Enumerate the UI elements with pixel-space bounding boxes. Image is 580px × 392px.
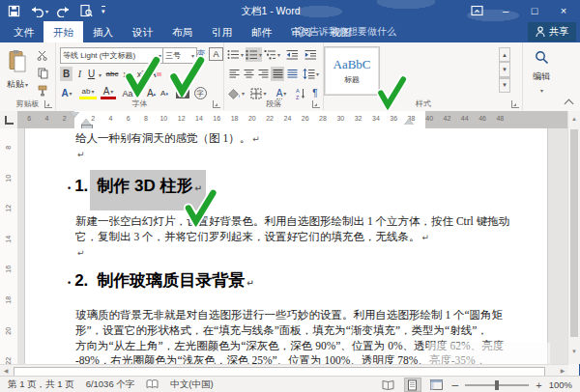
format-painter-button[interactable]: [35, 83, 50, 98]
align-left-button[interactable]: [227, 67, 241, 81]
web-layout-icon[interactable]: [428, 378, 446, 392]
right-indent-marker[interactable]: [404, 119, 414, 125]
gallery-more-icon[interactable]: ▼: [499, 77, 510, 93]
minimize-button[interactable]: –: [491, 0, 520, 21]
scroll-right-icon[interactable]: ▶: [557, 365, 568, 376]
ribbon-display-options-icon[interactable]: [462, 0, 491, 21]
decrease-indent-button[interactable]: [284, 47, 301, 62]
ribbon-tab[interactable]: 邮件: [242, 21, 281, 42]
style-card[interactable]: AaBbC 标题: [325, 47, 379, 95]
customize-toolbar-icon[interactable]: ▾: [102, 6, 105, 15]
paste-label[interactable]: 粘贴▾: [2, 77, 33, 92]
scroll-down-icon[interactable]: ▼: [568, 345, 580, 357]
clipboard-dialog-launcher[interactable]: [44, 100, 52, 108]
underline-dropdown-icon[interactable]: ▾: [99, 71, 102, 78]
redo-icon[interactable]: [57, 5, 71, 17]
first-line-indent-marker[interactable]: [70, 112, 79, 118]
paste-dropdown-icon: ▾: [25, 81, 28, 88]
body-line[interactable]: 它，复制出 3 个，并将它们罗列起来，设置好它们的填充色，无线条。↵: [75, 230, 429, 244]
empty-line[interactable]: ↵: [75, 148, 85, 159]
editing-label[interactable]: 编辑: [526, 70, 557, 84]
paste-button[interactable]: [6, 47, 29, 76]
ruler-number: 14: [0, 231, 18, 248]
close-button[interactable]: ×: [549, 0, 578, 21]
body-line[interactable]: 新建一张空白幻灯片，设置好背景色。利用自选图形绘制出 1 个立方体，按住 Ctr…: [75, 214, 509, 229]
ruler-number: 10: [155, 115, 172, 122]
language-indicator[interactable]: 中文(中国): [170, 378, 213, 391]
chevron-down-icon: ▾: [110, 88, 113, 95]
maximize-button[interactable]: □: [520, 0, 549, 21]
zoom-slider-thumb[interactable]: [495, 380, 499, 390]
read-mode-icon[interactable]: [380, 378, 397, 392]
multilevel-list-icon: [264, 49, 276, 60]
font-color-button[interactable]: A▾: [101, 86, 116, 99]
vertical-scrollbar[interactable]: ▲ ▼: [567, 111, 580, 364]
styles-dialog-launcher[interactable]: [511, 100, 519, 108]
vertical-ruler[interactable]: 810121416182022: [0, 128, 18, 364]
ruler-number: 28: [314, 115, 332, 122]
numbering-button[interactable]: ▾: [246, 47, 262, 62]
multilevel-list-button[interactable]: ▾: [264, 47, 280, 62]
body-line[interactable]: 给人一种别有洞天的感觉（图 1）。↵: [75, 131, 260, 146]
title-bar: ▾ ▾ 文档1 - Word – □ ×: [0, 0, 580, 21]
bold-button[interactable]: B: [60, 67, 72, 81]
line-spacing-button[interactable]: ▾: [302, 67, 320, 81]
paragraph-group-label: 段落: [224, 98, 323, 109]
ribbon-tab[interactable]: 文件: [4, 21, 44, 42]
increase-indent-button[interactable]: [303, 47, 319, 62]
align-right-button[interactable]: [256, 67, 270, 81]
status-bar: 第 1 页，共 1 页 6/1036 个字 中文(中国) – + 100%: [0, 376, 580, 392]
ruler-numbers-right: 4042444648: [420, 115, 508, 122]
zoom-level[interactable]: 100%: [549, 379, 572, 390]
print-layout-icon[interactable]: [404, 378, 421, 392]
zoom-slider[interactable]: [465, 384, 529, 386]
undo-icon[interactable]: ▾: [29, 5, 48, 17]
ribbon-tab[interactable]: 布局: [162, 21, 202, 42]
body-line[interactable]: -89%，右光圈颜色为“浅灰色，深色 25%”、位置为 100%、透明度 78%…: [75, 353, 486, 364]
ribbon-tab[interactable]: 开始: [44, 21, 83, 42]
zoom-out-icon[interactable]: –: [452, 378, 459, 392]
share-button[interactable]: 共享: [528, 22, 576, 42]
page-indicator[interactable]: 第 1 页，共 1 页: [8, 378, 74, 391]
distribute-button[interactable]: [285, 67, 299, 81]
save-icon[interactable]: [8, 5, 20, 17]
empty-line[interactable]: ↵: [75, 246, 85, 258]
find-button[interactable]: [532, 48, 551, 66]
scroll-up-icon[interactable]: ▲: [568, 112, 580, 125]
ruler-number: 4: [38, 115, 55, 122]
tell-me-box[interactable]: 告诉我你想要做什么: [296, 21, 396, 42]
scroll-left-icon[interactable]: ◀: [0, 365, 12, 376]
print-preview-icon[interactable]: [79, 4, 93, 17]
character-border-button[interactable]: A: [209, 47, 223, 61]
ruler-corner[interactable]: [0, 111, 18, 129]
text-highlight-button[interactable]: ab▾: [79, 86, 97, 99]
ribbon-tab[interactable]: 插入: [83, 21, 123, 42]
bullets-button[interactable]: ▾: [227, 47, 244, 62]
proofing-icon[interactable]: [146, 378, 159, 392]
paragraph-dialog-launcher[interactable]: [312, 100, 320, 108]
editing-dropdown[interactable]: ▾: [536, 83, 547, 98]
chevron-down-icon: ▾: [540, 87, 543, 94]
horizontal-ruler[interactable]: 642 2468101214161820222426283032343638 4…: [17, 111, 568, 129]
align-center-button[interactable]: [242, 67, 255, 81]
italic-button[interactable]: I: [74, 67, 85, 81]
vertical-scroll-thumb[interactable]: [570, 129, 578, 337]
copy-button[interactable]: [35, 66, 50, 80]
gallery-down-icon[interactable]: ▼: [499, 62, 510, 76]
body-line[interactable]: 玻璃质的背景无非就是对自选图形进行一些巧妙的设置。利用自选图形绘制 1 个“圆角…: [75, 308, 503, 322]
gallery-up-icon[interactable]: ▲: [499, 47, 510, 62]
heading-2[interactable]: • 2. 制作玻璃质目录背景 ↵: [68, 269, 254, 292]
ribbon-tab[interactable]: 设计: [123, 21, 162, 42]
font-dialog-launcher[interactable]: [213, 100, 220, 108]
collapse-ribbon-icon[interactable]: [565, 99, 574, 109]
body-line[interactable]: 形”，设置它的形状格式，在“填充与线条”面板，填充为“渐变填充”，类型为“射线”…: [75, 323, 488, 338]
word-count[interactable]: 6/1036 个字: [86, 378, 135, 391]
zoom-in-icon[interactable]: +: [536, 379, 541, 391]
ruler-numbers-left: 642: [20, 115, 73, 122]
justify-button[interactable]: [271, 67, 284, 81]
cut-button[interactable]: [35, 48, 50, 63]
heading-1[interactable]: • 1. 制作 3D 柱形 ↵: [68, 175, 202, 197]
strikethrough-button[interactable]: abc: [104, 67, 120, 81]
underline-button[interactable]: U: [86, 67, 97, 81]
ribbon-tab[interactable]: 引用: [202, 21, 242, 42]
